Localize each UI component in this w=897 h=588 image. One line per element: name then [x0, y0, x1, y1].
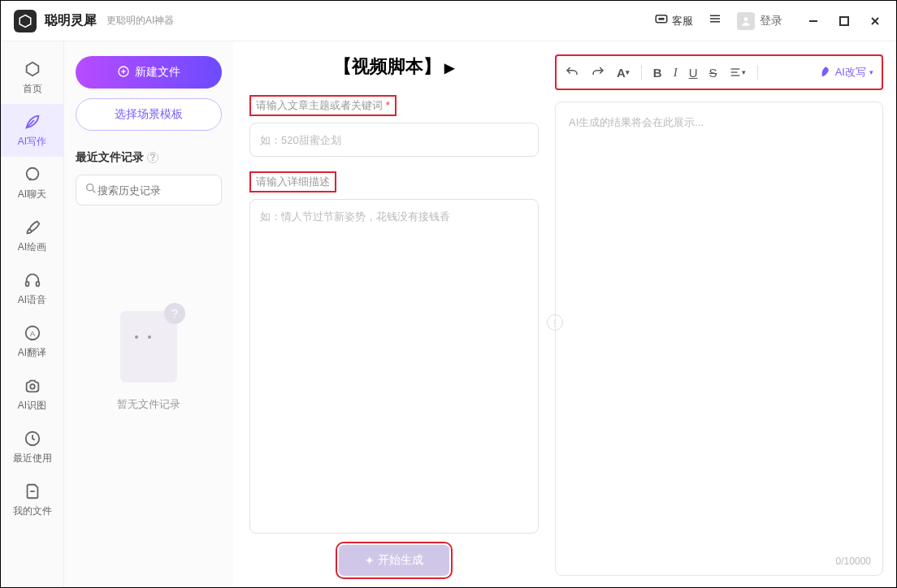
svg-rect-16: [25, 282, 28, 287]
ai-rewrite-label: AI改写: [835, 65, 866, 80]
app-name: 聪明灵犀: [45, 12, 97, 29]
help-icon[interactable]: ?: [147, 152, 158, 163]
svg-rect-17: [36, 282, 39, 287]
sidebar-item-voice[interactable]: AI语音: [1, 262, 63, 315]
separator: [757, 65, 758, 80]
redo-button[interactable]: [591, 65, 605, 80]
sidebar-item-label: 我的文件: [13, 504, 52, 518]
form-panel: 【视频脚本】▶ 请输入文章主题或者关键词 * 请输入详细描述 ✦ 开始生成 ⋮: [233, 41, 555, 587]
chat-bubble-icon: [23, 165, 42, 184]
sidebar: 首页 AI写作 AI聊天 AI绘画 AI语音 A AI翻译 AI识图 最近使用: [1, 41, 64, 587]
result-textarea[interactable]: AI生成的结果将会在此展示... 0/10000: [555, 102, 883, 576]
undo-button[interactable]: [565, 65, 579, 80]
sidebar-item-image[interactable]: AI识图: [1, 368, 63, 421]
sidebar-item-translate[interactable]: A AI翻译: [1, 315, 63, 368]
svg-point-26: [87, 184, 93, 191]
sidebar-item-writing[interactable]: AI写作: [1, 104, 63, 157]
separator: [641, 65, 642, 80]
sidebar-item-home[interactable]: 首页: [1, 51, 63, 104]
app-logo-icon: [14, 10, 37, 32]
camera-icon: [23, 376, 42, 396]
login-label: 登录: [760, 14, 782, 28]
align-button[interactable]: ▾: [729, 66, 746, 79]
svg-point-20: [30, 384, 35, 389]
svg-marker-13: [26, 63, 38, 76]
file-panel: 新建文件 选择场景模板 最近文件记录 ? ? 暂无文件记录: [64, 41, 233, 587]
maximize-button[interactable]: [836, 13, 852, 29]
template-button[interactable]: 选择场景模板: [76, 98, 222, 131]
topic-label: 请输入文章主题或者关键词 *: [249, 95, 396, 116]
sidebar-item-label: AI写作: [18, 135, 46, 149]
svg-point-15: [26, 168, 38, 180]
clock-icon: [23, 429, 42, 448]
sidebar-item-files[interactable]: 我的文件: [1, 473, 63, 526]
svg-point-4: [663, 19, 665, 20]
italic-button[interactable]: I: [674, 66, 678, 80]
page-title: 【视频脚本】▶: [249, 54, 539, 79]
close-button[interactable]: [867, 13, 883, 29]
plus-circle-icon: [117, 65, 130, 80]
support-button[interactable]: 客服: [648, 9, 700, 32]
svg-point-3: [661, 19, 662, 20]
sidebar-item-chat[interactable]: AI聊天: [1, 157, 63, 210]
generate-label: 开始生成: [378, 553, 423, 568]
result-placeholder: AI生成的结果将会在此展示...: [569, 116, 704, 128]
svg-rect-10: [840, 17, 848, 25]
sidebar-item-label: 首页: [23, 82, 42, 96]
svg-point-8: [744, 17, 748, 21]
sidebar-item-label: AI绘画: [18, 240, 46, 254]
file-icon: [23, 482, 42, 501]
underline-button[interactable]: U: [689, 66, 698, 80]
brush-icon: [23, 218, 42, 237]
support-label: 客服: [672, 14, 693, 28]
empty-doc-icon: ?: [112, 303, 185, 384]
headphones-icon: [23, 270, 42, 290]
generate-button[interactable]: ✦ 开始生成: [339, 545, 449, 576]
sidebar-item-label: 最近使用: [13, 452, 52, 465]
new-file-label: 新建文件: [135, 65, 180, 80]
feather-icon: [23, 112, 42, 132]
login-button[interactable]: 登录: [730, 9, 789, 33]
topic-input[interactable]: [249, 123, 539, 157]
editor-toolbar: A▾ B I U S ▾ AI改写 ▾: [555, 54, 883, 90]
hexagon-icon: [23, 59, 42, 79]
search-input[interactable]: [98, 184, 234, 197]
empty-text: 暂无文件记录: [76, 397, 222, 412]
detail-textarea[interactable]: [249, 199, 539, 534]
translate-icon: A: [23, 323, 42, 343]
chat-icon: [654, 12, 669, 29]
text-color-button[interactable]: A▾: [617, 66, 630, 80]
svg-marker-0: [20, 15, 31, 27]
window-controls: [805, 13, 883, 29]
svg-line-27: [93, 190, 95, 192]
search-icon: [84, 182, 98, 198]
minimize-button[interactable]: [805, 13, 821, 29]
sidebar-item-label: AI聊天: [18, 188, 46, 201]
recent-files-heading: 最近文件记录 ?: [76, 150, 222, 165]
sidebar-item-label: AI语音: [18, 293, 46, 307]
chevron-down-icon: ▾: [869, 68, 873, 76]
result-panel: A▾ B I U S ▾ AI改写 ▾ AI生成的结果将会在此展示... 0/1…: [555, 41, 896, 587]
ai-rewrite-button[interactable]: AI改写 ▾: [819, 65, 873, 80]
sidebar-item-paint[interactable]: AI绘画: [1, 210, 63, 262]
titlebar: 聪明灵犀 更聪明的AI神器 客服 登录: [1, 1, 896, 41]
char-counter: 0/10000: [836, 556, 871, 567]
svg-text:A: A: [29, 330, 35, 338]
bold-button[interactable]: B: [653, 66, 662, 80]
svg-point-2: [659, 19, 661, 20]
sidebar-item-label: AI翻译: [18, 346, 46, 360]
leaf-icon: [819, 66, 832, 79]
search-box[interactable]: [76, 175, 222, 205]
empty-state: ? 暂无文件记录: [76, 303, 222, 412]
sparkle-icon: ✦: [365, 554, 375, 567]
app-tagline: 更聪明的AI神器: [106, 14, 174, 28]
strikethrough-button[interactable]: S: [709, 66, 717, 80]
new-file-button[interactable]: 新建文件: [76, 56, 222, 89]
avatar-icon: [737, 12, 755, 30]
hamburger-menu-button[interactable]: [700, 6, 730, 35]
play-arrow-icon[interactable]: ▶: [444, 61, 454, 75]
sidebar-item-label: AI识图: [18, 399, 46, 413]
detail-label: 请输入详细描述: [249, 171, 336, 192]
sidebar-item-recent[interactable]: 最近使用: [1, 421, 63, 473]
